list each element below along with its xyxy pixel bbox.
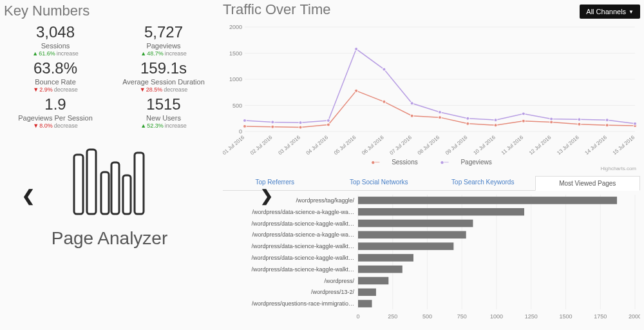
- arrow-down-icon: ▼: [33, 122, 39, 129]
- kpi-delta: ▲48.7%increase: [112, 50, 215, 57]
- svg-point-48: [299, 121, 302, 124]
- svg-point-37: [410, 114, 413, 117]
- arrow-up-icon: ▲: [140, 122, 146, 129]
- tab-top-referrers[interactable]: Top Referrers: [223, 175, 327, 190]
- svg-point-31: [243, 124, 247, 128]
- svg-point-38: [439, 116, 442, 119]
- svg-point-42: [550, 121, 553, 124]
- svg-point-59: [605, 119, 609, 122]
- kpi-grid: 3,048 Sessions ▲61.6%increase5,727 Pagev…: [4, 23, 215, 129]
- key-numbers-title: Key Numbers: [4, 3, 215, 19]
- kpi-value: 159.1s: [112, 59, 215, 77]
- traffic-title: Traffic Over Time: [223, 1, 330, 18]
- kpi-0: 3,048 Sessions ▲61.6%increase: [4, 23, 107, 57]
- svg-text:13 Jul 2016: 13 Jul 2016: [556, 134, 580, 156]
- kpi-label: New Users: [112, 114, 215, 122]
- svg-rect-1: [87, 150, 96, 214]
- svg-text:/wordpress/data-science-kaggle: /wordpress/data-science-kaggle-walkt…: [251, 220, 354, 227]
- page-analyzer-carousel: ❮ ❯ Page Analyzer: [4, 143, 215, 249]
- kpi-2: 63.8% Bounce Rate ▼2.9%decrease: [4, 59, 107, 93]
- svg-rect-4: [123, 175, 131, 214]
- kpi-delta: ▼8.0%decrease: [4, 122, 107, 129]
- svg-point-35: [355, 89, 358, 92]
- svg-text:06 Jul 2016: 06 Jul 2016: [361, 134, 385, 156]
- svg-point-52: [410, 102, 413, 105]
- kpi-delta: ▲52.3%increase: [112, 122, 215, 129]
- svg-point-55: [494, 119, 497, 122]
- kpi-delta: ▼28.5%decrease: [112, 86, 215, 93]
- svg-point-40: [494, 124, 497, 127]
- traffic-line-chart: 050010001500200001 Jul 201602 Jul 201603…: [223, 22, 640, 159]
- svg-text:02 Jul 2016: 02 Jul 2016: [249, 134, 274, 156]
- svg-text:07 Jul 2016: 07 Jul 2016: [389, 134, 413, 156]
- tab-most-viewed-pages[interactable]: Most Viewed Pages: [535, 176, 641, 191]
- svg-text:/wordpress/data-science-a-kagg: /wordpress/data-science-a-kaggle-wa…: [252, 209, 354, 215]
- svg-text:/wordpress/data-science-kaggle: /wordpress/data-science-kaggle-walkt…: [251, 255, 354, 261]
- dropdown-label: All Channels: [586, 8, 626, 15]
- svg-point-43: [578, 122, 581, 126]
- kpi-value: 3,048: [4, 23, 107, 41]
- svg-text:1000: 1000: [229, 76, 242, 82]
- svg-text:12 Jul 2016: 12 Jul 2016: [528, 134, 553, 156]
- svg-rect-88: [358, 242, 453, 250]
- svg-point-49: [327, 119, 330, 122]
- svg-text:750: 750: [457, 313, 467, 320]
- svg-text:/wordpress/tag/kaggle/: /wordpress/tag/kaggle/: [296, 197, 354, 204]
- svg-point-46: [243, 119, 247, 122]
- svg-text:/wordpress/data-science-a-kagg: /wordpress/data-science-a-kaggle-wa…: [252, 231, 354, 238]
- svg-point-34: [327, 123, 330, 126]
- svg-text:03 Jul 2016: 03 Jul 2016: [277, 134, 301, 156]
- chevron-down-icon: ▼: [629, 9, 634, 15]
- svg-text:2000: 2000: [229, 24, 242, 30]
- kpi-3: 159.1s Average Session Duration ▼28.5%de…: [112, 59, 215, 93]
- svg-text:/wordpress/questions-race-immi: /wordpress/questions-race-immigratio…: [252, 300, 354, 307]
- svg-rect-5: [135, 153, 144, 214]
- kpi-value: 1.9: [4, 95, 107, 113]
- svg-text:/wordpress/13-2/: /wordpress/13-2/: [311, 289, 355, 295]
- svg-text:15 Jul 2016: 15 Jul 2016: [612, 134, 636, 156]
- kpi-value: 5,727: [112, 23, 215, 41]
- svg-text:500: 500: [232, 102, 242, 109]
- page-analyzer-icon: [68, 143, 151, 223]
- kpi-value: 63.8%: [4, 59, 107, 77]
- kpi-4: 1.9 Pageviews Per Session ▼8.0%decrease: [4, 95, 107, 129]
- svg-rect-92: [358, 266, 402, 273]
- chart-watermark: Highcharts.com: [223, 166, 640, 171]
- svg-text:1750: 1750: [594, 313, 607, 320]
- svg-text:1500: 1500: [229, 50, 242, 57]
- svg-text:04 Jul 2016: 04 Jul 2016: [305, 134, 330, 156]
- tab-top-search-keywords[interactable]: Top Search Keywords: [431, 175, 535, 190]
- svg-text:250: 250: [388, 313, 397, 320]
- svg-text:05 Jul 2016: 05 Jul 2016: [333, 134, 357, 156]
- svg-rect-86: [358, 231, 466, 239]
- svg-point-54: [466, 117, 469, 120]
- svg-text:0: 0: [239, 128, 242, 135]
- svg-text:01 Jul 2016: 01 Jul 2016: [223, 134, 246, 156]
- tab-top-social-networks[interactable]: Top Social Networks: [327, 175, 431, 190]
- svg-text:/wordpress/data-science-kaggle: /wordpress/data-science-kaggle-walkt…: [251, 266, 354, 273]
- svg-text:09 Jul 2016: 09 Jul 2016: [444, 134, 469, 156]
- svg-point-53: [439, 111, 442, 114]
- svg-text:10 Jul 2016: 10 Jul 2016: [472, 134, 497, 156]
- arrow-up-icon: ▲: [140, 50, 146, 57]
- svg-rect-3: [111, 162, 119, 214]
- carousel-title: Page Analyzer: [4, 228, 215, 249]
- svg-rect-90: [358, 254, 413, 262]
- svg-point-60: [634, 122, 637, 125]
- svg-point-57: [550, 117, 553, 121]
- chevron-left-icon[interactable]: ❮: [22, 187, 35, 205]
- kpi-label: Pageviews Per Session: [4, 114, 107, 122]
- pages-bar-chart: 025050075010001250150017502000/wordpress…: [223, 192, 640, 321]
- svg-text:0: 0: [356, 313, 359, 320]
- kpi-label: Sessions: [4, 42, 107, 50]
- svg-text:2000: 2000: [629, 313, 640, 320]
- svg-point-39: [466, 122, 469, 125]
- kpi-value: 1515: [112, 95, 215, 113]
- svg-point-50: [355, 48, 358, 51]
- svg-rect-82: [358, 208, 524, 216]
- arrow-down-icon: ▼: [33, 86, 39, 93]
- kpi-1: 5,727 Pageviews ▲48.7%increase: [112, 23, 215, 57]
- svg-point-32: [271, 125, 274, 128]
- channels-dropdown[interactable]: All Channels ▼: [580, 5, 640, 19]
- kpi-label: Average Session Duration: [112, 78, 215, 86]
